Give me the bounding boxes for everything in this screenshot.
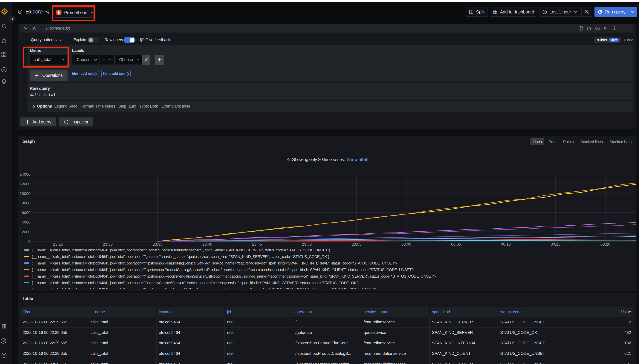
svg-text:00:00: 00:00 (402, 242, 411, 246)
svg-text:00:15: 00:15 (551, 242, 560, 246)
svg-text:2000: 2000 (22, 230, 30, 234)
svg-text:6000: 6000 (22, 210, 30, 215)
svg-text:23:35: 23:35 (153, 242, 162, 246)
svg-text:10000: 10000 (20, 191, 30, 196)
svg-text:8000: 8000 (22, 201, 30, 205)
svg-text:00:05: 00:05 (451, 242, 461, 246)
svg-text:23:50: 23:50 (302, 242, 312, 246)
svg-text:4000: 4000 (22, 220, 30, 224)
svg-text:23:30: 23:30 (103, 242, 113, 246)
svg-text:0: 0 (28, 239, 30, 244)
svg-text:23:45: 23:45 (252, 242, 262, 246)
svg-text:00:10: 00:10 (501, 242, 511, 246)
svg-text:14000: 14000 (20, 172, 30, 176)
svg-text:23:40: 23:40 (202, 242, 212, 246)
svg-text:12000: 12000 (20, 182, 30, 186)
svg-text:23:25: 23:25 (53, 242, 63, 246)
svg-text:23:55: 23:55 (352, 242, 362, 246)
svg-text:00:20: 00:20 (600, 242, 610, 246)
